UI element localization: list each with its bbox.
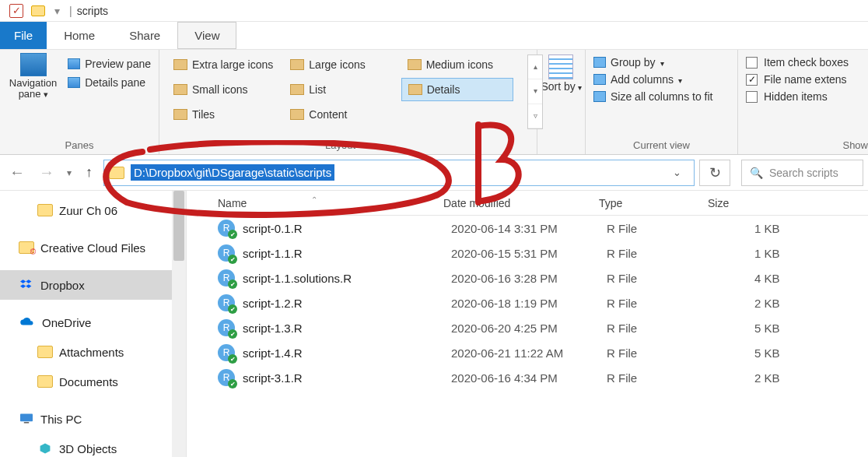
checkbox-icon: ✓ <box>746 74 758 86</box>
details-pane-button[interactable]: Details pane <box>68 76 151 89</box>
sort-by-button[interactable]: Sort by <box>541 54 581 93</box>
file-type: R File <box>607 322 716 335</box>
file-name: script-1.3.R <box>243 322 451 335</box>
layout-icon <box>290 109 304 120</box>
preview-pane-button[interactable]: Preview pane <box>68 58 151 70</box>
file-date: 2020-06-18 1:19 PM <box>451 297 607 310</box>
details-pane-label: Details pane <box>85 76 145 89</box>
r-file-icon: R <box>218 294 235 311</box>
hidden-items-toggle[interactable]: Hidden items <box>746 90 868 103</box>
layout-icon <box>290 84 304 95</box>
tree-item-this-pc[interactable]: This PC <box>0 404 186 434</box>
history-dropdown[interactable]: ▾ <box>64 164 75 181</box>
checkbox-icon <box>746 57 758 69</box>
file-date: 2020-06-16 3:28 PM <box>451 272 607 285</box>
column-type[interactable]: Type <box>599 197 708 209</box>
ribbon-group-label: Panes <box>8 136 151 153</box>
forward-button[interactable]: → <box>34 160 59 185</box>
file-row[interactable]: Rscript-1.1.solutions.R2020-06-16 3:28 P… <box>187 265 868 290</box>
navigation-tree: Zuur Ch 06 Creative Cloud Files Dropbox … <box>0 191 187 457</box>
tab-share[interactable]: Share <box>112 22 177 49</box>
tab-file[interactable]: File <box>0 22 47 49</box>
tab-home[interactable]: Home <box>47 22 112 49</box>
layout-scrollbar[interactable]: ▴▾▿ <box>527 54 543 129</box>
tree-item-documents[interactable]: Documents <box>0 367 186 396</box>
column-size[interactable]: Size <box>708 197 868 209</box>
qa-check-icon[interactable]: ✓ <box>9 4 23 18</box>
ribbon-group-show-hide: Item check boxes ✓File name extens Hidde… <box>738 50 868 154</box>
item-check-boxes-toggle[interactable]: Item check boxes <box>746 56 868 69</box>
file-row[interactable]: Rscript-1.2.R2020-06-18 1:19 PMR File2 K… <box>187 290 868 315</box>
file-row[interactable]: Rscript-1.4.R2020-06-21 11:22 AMR File5 … <box>187 340 868 365</box>
file-name-extensions-toggle[interactable]: ✓File name extens <box>746 73 868 86</box>
r-file-icon: R <box>218 220 235 237</box>
ribbon-group-label: Current view <box>593 136 730 153</box>
column-date[interactable]: Date modified <box>443 197 599 209</box>
tree-item-attachments[interactable]: Attachments <box>0 337 186 367</box>
tree-item-creative-cloud[interactable]: Creative Cloud Files <box>0 233 186 262</box>
add-columns-button[interactable]: Add columns <box>593 73 730 86</box>
svg-rect-0 <box>20 414 33 422</box>
folder-icon <box>31 5 45 16</box>
dropbox-icon <box>19 279 34 291</box>
file-type: R File <box>607 371 716 385</box>
address-dropdown[interactable]: ⌄ <box>665 167 689 178</box>
tree-item-3d-objects[interactable]: 3D Objects <box>0 434 186 457</box>
r-file-icon: R <box>218 319 235 336</box>
tree-item-dropbox[interactable]: Dropbox <box>0 270 186 300</box>
layout-medium[interactable]: Medium icons <box>401 53 513 76</box>
tree-item-onedrive[interactable]: OneDrive <box>0 308 186 337</box>
file-row[interactable]: Rscript-0.1.R2020-06-14 3:31 PMR File1 K… <box>187 216 868 241</box>
window-title: scripts <box>77 5 108 17</box>
this-pc-icon <box>19 413 34 425</box>
sort-indicator-icon: ⌃ <box>311 195 317 204</box>
file-type: R File <box>607 272 716 285</box>
file-date: 2020-06-15 5:31 PM <box>451 247 607 260</box>
navigation-pane-button[interactable]: Navigation pane <box>8 53 58 100</box>
search-box[interactable]: 🔍 Search scripts <box>741 160 863 186</box>
tree-item-zuur[interactable]: Zuur Ch 06 <box>0 195 186 225</box>
layout-icon <box>173 84 187 95</box>
size-columns-icon <box>593 91 606 102</box>
group-by-icon <box>593 57 606 68</box>
address-path[interactable]: D:\Dropbox\git\DSgarage\static\scripts <box>131 164 334 181</box>
tab-view[interactable]: View <box>177 22 236 49</box>
layout-content[interactable]: Content <box>284 103 396 126</box>
sidebar-scrollbar[interactable] <box>172 191 186 457</box>
file-type: R File <box>607 346 716 360</box>
layout-tiles[interactable]: Tiles <box>167 103 279 126</box>
column-name[interactable]: ⌃Name <box>218 197 443 209</box>
size-all-columns-button[interactable]: Size all columns to fit <box>593 90 730 103</box>
file-row[interactable]: Rscript-1.3.R2020-06-20 4:25 PMR File5 K… <box>187 315 868 340</box>
file-type: R File <box>607 222 716 235</box>
file-size: 5 KB <box>716 322 868 335</box>
layout-extra-large[interactable]: Extra large icons <box>167 53 279 76</box>
layout-large[interactable]: Large icons <box>284 53 396 76</box>
r-file-icon: R <box>218 369 235 386</box>
file-row[interactable]: Rscript-1.1.R2020-06-15 5:31 PMR File1 K… <box>187 241 868 265</box>
file-size: 4 KB <box>716 272 868 285</box>
preview-pane-icon <box>68 58 80 69</box>
separator: | <box>69 5 72 17</box>
file-name: script-1.4.R <box>243 346 451 360</box>
svg-marker-2 <box>40 444 51 454</box>
ribbon-tabs: File Home Share View <box>0 22 868 50</box>
layout-small[interactable]: Small icons <box>167 78 279 101</box>
ribbon: Navigation pane Preview pane Details pan… <box>0 50 868 155</box>
layout-icon <box>290 59 304 70</box>
folder-icon <box>37 346 53 358</box>
back-button[interactable]: ← <box>5 160 30 185</box>
file-type: R File <box>607 247 716 260</box>
up-button[interactable]: ↑ <box>79 161 99 184</box>
navigation-pane-icon <box>20 53 47 76</box>
file-size: 5 KB <box>716 346 868 360</box>
group-by-button[interactable]: Group by <box>593 56 730 69</box>
ribbon-group-label: Layout <box>167 136 513 153</box>
refresh-button[interactable]: ↻ <box>699 160 730 186</box>
layout-icon <box>408 59 422 70</box>
layout-details[interactable]: Details <box>401 78 513 101</box>
address-bar[interactable]: D:\Dropbox\git\DSgarage\static\scripts ⌄ <box>103 160 695 186</box>
three-d-icon <box>37 442 53 455</box>
layout-list[interactable]: List <box>284 78 396 101</box>
file-row[interactable]: Rscript-3.1.R2020-06-16 4:34 PMR File2 K… <box>187 365 868 390</box>
